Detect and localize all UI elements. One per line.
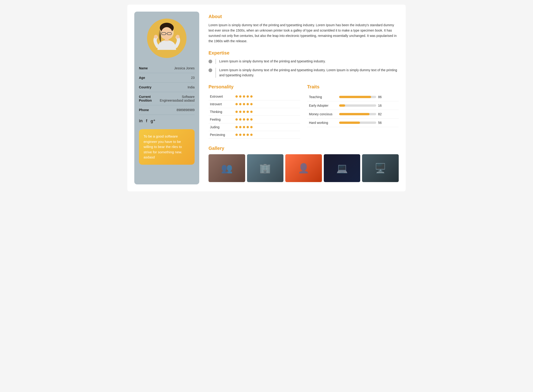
personality-dot [246,111,249,113]
personality-dot [250,118,253,121]
personality-dot [239,126,241,128]
personality-label: Percieving [209,131,234,139]
personality-dot [246,95,249,98]
personality-dot [239,118,241,121]
trait-row: Money concious82 [307,110,399,119]
personality-dots-cell [234,100,300,108]
personality-dot [243,118,245,121]
trait-row: Hard working56 [307,119,399,127]
about-section: About Lorem Ipsum is simply dummy text o… [209,14,399,44]
traits-table: Teaching86Early Adopter16Money concious8… [307,93,399,127]
svg-rect-6 [165,38,169,41]
main-content: About Lorem Ipsum is simply dummy text o… [209,12,399,184]
gallery-title: Gallery [209,146,399,151]
personality-row: Introvert [209,100,300,108]
personality-dot [239,103,241,105]
gallery-content: 👥 [209,154,245,182]
two-col-section: Personality ExtrovertIntrovertThinkingFe… [209,84,399,139]
personality-label: Juding [209,123,234,131]
personality-dots-cell [234,116,300,123]
trait-label: Teaching [307,93,337,101]
svg-point-2 [161,27,172,39]
expertise-dot-1 [209,60,212,63]
trait-bar-cell: 56 [337,119,399,127]
trait-bar-fill [339,121,360,124]
personality-dot [235,111,238,113]
trait-row: Early Adopter16 [307,101,399,110]
trait-bar-fill [339,104,345,107]
trait-label: Hard working [307,119,337,127]
name-value: Jessica Jones [174,66,195,70]
personality-row: Thinking [209,108,300,116]
gallery-thumb[interactable]: 💻 [324,154,361,182]
position-label: Current Position [139,95,158,102]
trait-bar-container [339,121,376,124]
personality-dot [243,134,245,136]
gallery-thumb[interactable]: 🏢 [247,154,284,182]
personality-dot [243,103,245,105]
about-title: About [209,14,399,19]
personality-dot [243,126,245,128]
facebook-icon[interactable]: f [146,119,147,124]
gallery-thumb[interactable]: 👤 [285,154,322,182]
about-text: Lorem Ipsum is simply dummy text of the … [209,23,399,44]
personality-dot [243,95,245,98]
avatar-wrapper [139,19,195,58]
trait-bar-cell: 16 [337,101,399,110]
trait-bar-value: 86 [378,95,382,99]
personality-dots-cell [234,123,300,131]
phone-row: Phone 8989898989 [139,105,195,115]
sidebar: Name Jessica Jones Age 23 Country India … [134,12,199,184]
phone-label: Phone [139,108,158,112]
gallery-thumb[interactable]: 👥 [209,154,245,182]
personality-dot [250,126,253,128]
expertise-item-1: Lorem Ipsum is simply dummy text of the … [209,59,399,64]
name-label: Name [139,66,158,70]
trait-bar-container [339,113,376,115]
trait-bar-value: 82 [378,112,382,116]
trait-bar-value: 16 [378,104,382,107]
personality-dot [250,134,253,136]
personality-dots-cell [234,108,300,116]
age-value: 23 [191,76,195,79]
trait-bar-cell: 86 [337,93,399,101]
position-value: Software Engineerasdasd asdasd [158,95,195,102]
personality-row: Extrovert [209,93,300,100]
traits-section: Traits Teaching86Early Adopter16Money co… [307,84,399,139]
page-wrapper: Name Jessica Jones Age 23 Country India … [127,5,406,191]
personality-dot [235,118,238,121]
quote-text: To be a good software engineer you have … [144,134,190,160]
trait-bar-container [339,96,376,98]
trait-bar-container [339,104,376,107]
personality-dot [250,95,253,98]
personality-label: Thinking [209,108,234,116]
trait-bar-fill [339,96,371,98]
expertise-item-2: Lorem Ipsum is simply dummy text of the … [209,68,399,78]
personality-label: Introvert [209,100,234,108]
personality-title: Personality [209,84,300,89]
expertise-dot-2 [209,68,212,72]
gallery-content: 👤 [285,154,322,182]
social-icons: in f g⁺ [139,115,155,124]
svg-point-7 [154,35,158,38]
personality-dot [235,126,238,128]
avatar [147,19,186,58]
personality-label: Extrovert [209,93,234,100]
expertise-section: Expertise Lorem Ipsum is simply dummy te… [209,50,399,78]
expertise-text-2: Lorem Ipsum is simply dummy text of the … [215,68,399,78]
gallery-thumb[interactable]: 🖥️ [362,154,399,182]
trait-bar-fill [339,113,370,115]
googleplus-icon[interactable]: g⁺ [151,119,155,124]
trait-label: Money concious [307,110,337,119]
personality-section: Personality ExtrovertIntrovertThinkingFe… [209,84,300,139]
personality-dot [239,95,241,98]
trait-label: Early Adopter [307,101,337,110]
personality-dot [246,118,249,121]
personality-dot [246,134,249,136]
country-row: Country India [139,83,195,92]
country-label: Country [139,85,158,89]
linkedin-icon[interactable]: in [139,119,143,124]
personality-dot [243,111,245,113]
personality-dot [235,103,238,105]
personality-row: Feeling [209,116,300,123]
